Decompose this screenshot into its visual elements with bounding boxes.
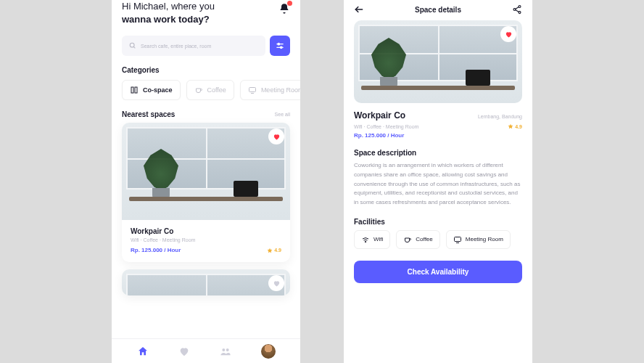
space-rating: 4.9 bbox=[267, 248, 281, 253]
page-title: Space details bbox=[415, 6, 461, 14]
space-location: Lembang, Bandung bbox=[478, 114, 522, 119]
wifi-icon bbox=[361, 235, 370, 244]
category-label: Meeting Room bbox=[261, 86, 300, 94]
notification-button[interactable] bbox=[278, 3, 290, 15]
filter-button[interactable] bbox=[270, 36, 290, 56]
details-screen: Space details Workpair Co Lembang, Bandu… bbox=[344, 0, 532, 363]
star-icon bbox=[267, 248, 273, 253]
bottom-nav bbox=[112, 338, 300, 363]
space-name: Workpair Co bbox=[354, 110, 405, 121]
nav-community[interactable] bbox=[220, 346, 231, 357]
space-card[interactable] bbox=[122, 269, 290, 295]
home-screen: Hi Michael, where you wanna work today? … bbox=[112, 0, 300, 363]
nearest-title: Nearest spaces bbox=[122, 110, 175, 118]
greeting-line-1: Hi Michael, where you bbox=[122, 1, 215, 12]
space-image bbox=[122, 123, 290, 220]
search-input[interactable]: Search cafe, entire place, room bbox=[122, 36, 265, 56]
space-image bbox=[122, 269, 290, 295]
space-amenities: Wifi · Coffee · Meeting Room bbox=[131, 237, 281, 242]
categories-title: Categories bbox=[112, 56, 300, 80]
description-title: Space description bbox=[344, 139, 532, 161]
svg-rect-7 bbox=[135, 87, 137, 93]
svg-line-1 bbox=[133, 46, 135, 48]
facility-coffee[interactable]: Coffee bbox=[396, 230, 439, 249]
heart-icon bbox=[505, 30, 513, 38]
category-meeting-room[interactable]: Meeting Room bbox=[240, 80, 300, 100]
svg-point-11 bbox=[226, 348, 228, 351]
heart-icon bbox=[273, 133, 281, 141]
svg-point-3 bbox=[278, 44, 279, 45]
see-all-link[interactable]: See all bbox=[275, 112, 290, 117]
category-list: Co-space Coffee Meeting Room bbox=[112, 80, 300, 100]
facilities-title: Facilities bbox=[344, 208, 532, 230]
greeting: Hi Michael, where you wanna work today? bbox=[122, 0, 215, 25]
space-rating: 4.9 bbox=[508, 123, 522, 129]
category-co-space[interactable]: Co-space bbox=[122, 80, 181, 100]
greeting-line-2: wanna work today? bbox=[122, 14, 210, 25]
svg-line-17 bbox=[516, 10, 519, 12]
favorite-button[interactable] bbox=[268, 275, 284, 291]
hero-image bbox=[354, 20, 522, 103]
svg-point-5 bbox=[281, 46, 282, 48]
space-price: Rp. 125.000 / Hour bbox=[344, 129, 532, 139]
svg-rect-8 bbox=[249, 88, 255, 92]
category-label: Co-space bbox=[143, 86, 173, 94]
share-button[interactable] bbox=[512, 4, 522, 15]
star-icon bbox=[508, 123, 513, 129]
category-coffee[interactable]: Coffee bbox=[186, 80, 234, 100]
svg-rect-6 bbox=[131, 87, 133, 93]
space-title: Workpair Co bbox=[131, 227, 281, 235]
check-availability-button[interactable]: Check Availability bbox=[354, 261, 522, 283]
svg-point-18 bbox=[365, 241, 366, 242]
coffee-icon bbox=[403, 235, 412, 244]
nav-home[interactable] bbox=[137, 346, 149, 357]
favorite-button[interactable] bbox=[500, 26, 516, 42]
sliders-icon bbox=[275, 41, 285, 51]
search-icon bbox=[129, 42, 136, 49]
nav-profile[interactable] bbox=[261, 344, 276, 359]
space-card[interactable]: Workpair Co Wifi · Coffee · Meeting Room… bbox=[122, 123, 290, 262]
svg-rect-19 bbox=[454, 237, 461, 241]
notification-dot bbox=[287, 1, 292, 6]
nav-favorites[interactable] bbox=[178, 346, 190, 357]
facilities-list: Wifi Coffee Meeting Room bbox=[344, 230, 532, 249]
space-amenities: Wifi · Coffee · Meeting Room bbox=[354, 124, 418, 129]
co-space-icon bbox=[130, 86, 139, 94]
back-button[interactable] bbox=[354, 4, 364, 15]
favorite-button[interactable] bbox=[268, 129, 284, 144]
meeting-room-icon bbox=[248, 86, 257, 94]
meeting-room-icon bbox=[453, 235, 462, 244]
description-text: Coworking is an arrangement in which wor… bbox=[344, 161, 532, 208]
facility-wifi[interactable]: Wifi bbox=[354, 230, 390, 249]
coffee-icon bbox=[194, 86, 203, 94]
svg-point-10 bbox=[222, 348, 225, 351]
svg-line-16 bbox=[516, 7, 519, 9]
heart-icon bbox=[273, 280, 281, 287]
search-placeholder: Search cafe, entire place, room bbox=[141, 44, 211, 49]
category-label: Coffee bbox=[207, 86, 226, 94]
svg-point-0 bbox=[130, 43, 134, 47]
facility-meeting-room[interactable]: Meeting Room bbox=[446, 230, 511, 249]
space-price: Rp. 125.000 / Hour bbox=[131, 247, 181, 253]
